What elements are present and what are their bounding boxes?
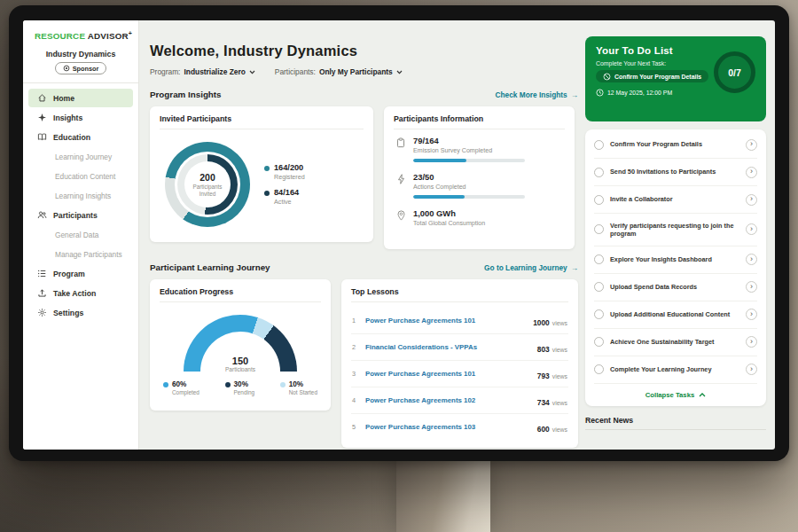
participants-filter-dropdown[interactable]: Participants: Only My Participants bbox=[275, 67, 403, 76]
legend-dot-teal bbox=[264, 166, 270, 171]
emission-survey-progress-bar bbox=[413, 159, 525, 162]
sidebar-item-take-action[interactable]: Take Action bbox=[28, 284, 133, 302]
nav-label: Manage Participants bbox=[55, 250, 122, 259]
legend-item-registered: 164/200 Registered bbox=[264, 163, 305, 181]
participants-information-title: Participants Information bbox=[394, 114, 565, 129]
home-icon bbox=[36, 93, 47, 104]
invited-participants-title: Invited Participants bbox=[160, 114, 364, 129]
task-chevron-button[interactable]: › bbox=[746, 167, 757, 178]
logo-text-resource: RESOURCE bbox=[35, 31, 85, 41]
task-row-2[interactable]: Send 50 Invitations to Participants › bbox=[594, 159, 757, 186]
program-filter-label: Program: bbox=[150, 67, 180, 76]
sidebar-item-program[interactable]: Program bbox=[28, 264, 133, 283]
gauge-legend: 60% Completed 30% Pending 10% Not Starte… bbox=[163, 380, 317, 395]
task-checkbox[interactable] bbox=[594, 224, 604, 234]
collapse-tasks-button[interactable]: Collapse Tasks bbox=[594, 384, 757, 406]
task-chevron-button[interactable]: › bbox=[746, 194, 757, 206]
stat-actions-completed: 23/50 Actions Completed bbox=[395, 172, 565, 199]
sidebar-item-learning-journey[interactable]: Learning Journey bbox=[28, 147, 133, 166]
participants-information-card: Participants Information 79/164 Emission… bbox=[384, 106, 575, 249]
sidebar-item-education[interactable]: Education bbox=[28, 128, 133, 146]
task-chevron-button[interactable]: › bbox=[746, 223, 757, 235]
lesson-row-4[interactable]: 4 Power Purchase Agreements 102 734views bbox=[351, 387, 568, 414]
task-row-6[interactable]: Upload Spend Data Records › bbox=[594, 274, 757, 301]
next-task-pill[interactable]: Confirm Your Program Details bbox=[596, 70, 708, 82]
org-name: Industry Dynamics bbox=[23, 50, 138, 59]
task-checkbox[interactable] bbox=[594, 364, 604, 374]
task-row-4[interactable]: Verify participants requesting to join t… bbox=[594, 214, 757, 246]
sidebar-item-home[interactable]: Home bbox=[28, 89, 133, 107]
sidebar-item-manage-participants[interactable]: Manage Participants bbox=[28, 245, 133, 263]
stat-emission-survey: 79/164 Emission Survey Completed bbox=[395, 136, 565, 162]
task-checkbox[interactable] bbox=[594, 337, 604, 347]
task-checkbox[interactable] bbox=[594, 168, 604, 177]
nav-label: Education bbox=[53, 133, 90, 142]
task-row-3[interactable]: Invite a Collaborator › bbox=[594, 186, 757, 214]
nav-label: Program bbox=[53, 270, 85, 278]
legend-item-completed: 60% Completed bbox=[163, 380, 200, 395]
task-checkbox[interactable] bbox=[594, 195, 604, 205]
legend-dot-navy bbox=[264, 191, 270, 196]
go-to-learning-journey-link[interactable]: Go to Learning Journey → bbox=[484, 263, 578, 272]
task-chevron-button[interactable]: › bbox=[746, 281, 757, 293]
logo-text-advisor: ADVISOR+ bbox=[88, 31, 132, 41]
sidebar-item-settings[interactable]: Settings bbox=[28, 303, 133, 322]
page-title: Welcome, Industry Dynamics bbox=[150, 43, 578, 59]
nav-label: Learning Journey bbox=[55, 153, 112, 161]
monitor-bezel: RESOURCE ADVISOR+ Industry Dynamics Spon… bbox=[9, 5, 789, 461]
task-checkbox[interactable] bbox=[594, 140, 604, 150]
lesson-row-2[interactable]: 2 Financial Considerations - VPPAs 803vi… bbox=[351, 334, 568, 361]
task-chevron-button[interactable]: › bbox=[746, 309, 757, 320]
stat-global-consumption: 1,000 GWh Total Global Consumption bbox=[395, 208, 565, 231]
lesson-row-1[interactable]: 1 Power Purchase Agreements 101 1000view… bbox=[351, 308, 568, 334]
task-checkbox[interactable] bbox=[594, 309, 604, 319]
insights-cards-row: Invited Participants 200 Participants In… bbox=[150, 106, 578, 249]
legend-item-not-started: 10% Not Started bbox=[280, 380, 317, 395]
sidebar-item-general-data[interactable]: General Data bbox=[28, 225, 133, 244]
arrow-right-icon: → bbox=[571, 263, 578, 272]
lesson-link[interactable]: Power Purchase Agreements 101 bbox=[365, 317, 527, 325]
legend-dot-blue bbox=[163, 382, 168, 387]
program-filter-dropdown[interactable]: Program: Industrialize Zero bbox=[150, 67, 255, 76]
task-row-5[interactable]: Explore Your Insights Dashboard › bbox=[594, 246, 757, 274]
nav-label: Learning Insights bbox=[55, 192, 111, 200]
sidebar-item-learning-insights[interactable]: Learning Insights bbox=[28, 186, 133, 205]
sponsor-badge: Sponsor bbox=[55, 62, 107, 74]
sidebar-item-education-content[interactable]: Education Content bbox=[28, 167, 133, 185]
lightning-icon bbox=[395, 172, 406, 199]
task-chevron-button[interactable]: › bbox=[746, 336, 757, 348]
top-lessons-title: Top Lessons bbox=[351, 287, 568, 302]
donut-legend: 164/200 Registered 84/164 Active bbox=[264, 156, 305, 213]
education-progress-gauge-chart: 150 Participants bbox=[184, 315, 297, 372]
lesson-link[interactable]: Financial Considerations - VPPAs bbox=[365, 343, 531, 351]
chevron-up-icon bbox=[699, 393, 706, 397]
task-row-8[interactable]: Achieve One Sustainability Target › bbox=[594, 329, 757, 356]
nav-label: Insights bbox=[53, 113, 82, 122]
learning-journey-title: Participant Learning Journey bbox=[150, 262, 270, 272]
check-more-insights-link[interactable]: Check More Insights → bbox=[496, 90, 578, 99]
donut-center-label: Participants Invited bbox=[188, 184, 227, 198]
task-chevron-button[interactable]: › bbox=[746, 254, 757, 265]
program-insights-header: Program Insights Check More Insights → bbox=[150, 90, 578, 99]
task-chevron-button[interactable]: › bbox=[746, 139, 757, 151]
lesson-link[interactable]: Power Purchase Agreements 102 bbox=[365, 396, 531, 404]
participants-filter-label: Participants: bbox=[275, 67, 316, 76]
task-row-7[interactable]: Upload Additional Educational Content › bbox=[594, 301, 757, 329]
education-progress-card: Education Progress 150 Participants 60% … bbox=[150, 279, 331, 411]
lesson-row-5[interactable]: 5 Power Purchase Agreements 103 600views bbox=[351, 414, 568, 440]
sidebar-item-insights[interactable]: Insights bbox=[28, 108, 133, 127]
program-filter-value: Industrialize Zero bbox=[184, 67, 254, 76]
task-row-1[interactable]: Confirm Your Program Details › bbox=[594, 131, 757, 159]
lesson-row-3[interactable]: 3 Power Purchase Agreements 101 793views bbox=[351, 361, 568, 387]
location-pin-icon bbox=[395, 208, 406, 231]
task-checkbox[interactable] bbox=[594, 254, 604, 264]
todo-header-card: Your To Do List Complete Your Next Task:… bbox=[585, 36, 766, 121]
task-row-9[interactable]: Complete Your Learning Journey › bbox=[594, 356, 757, 384]
sidebar-item-participants[interactable]: Participants bbox=[28, 206, 133, 224]
lesson-link[interactable]: Power Purchase Agreements 101 bbox=[365, 370, 531, 378]
legend-dot-pale-blue bbox=[280, 382, 286, 387]
list-icon bbox=[36, 269, 47, 279]
task-chevron-button[interactable]: › bbox=[746, 364, 757, 375]
task-checkbox[interactable] bbox=[594, 282, 604, 292]
lesson-link[interactable]: Power Purchase Agreements 103 bbox=[365, 423, 531, 431]
